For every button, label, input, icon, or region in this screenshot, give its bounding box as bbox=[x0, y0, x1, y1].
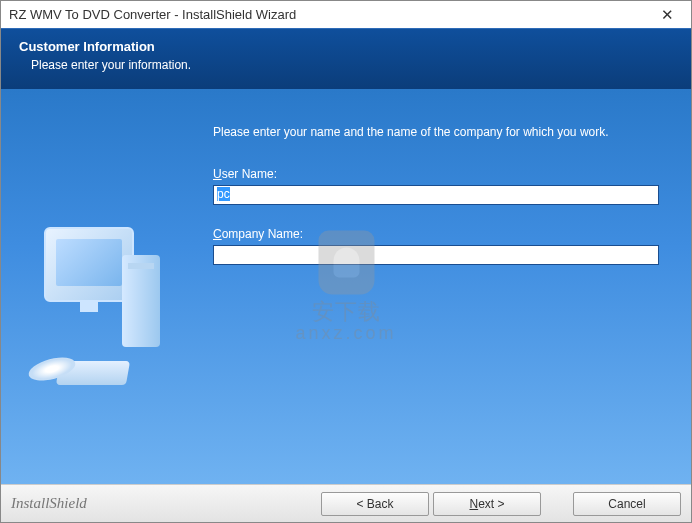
user-name-label: User Name: bbox=[213, 167, 659, 181]
footer-brand: InstallShield bbox=[11, 495, 87, 512]
sidebar bbox=[1, 89, 191, 484]
close-button[interactable]: ✕ bbox=[649, 4, 685, 26]
cancel-button[interactable]: Cancel bbox=[573, 492, 681, 516]
instruction-text: Please enter your name and the name of t… bbox=[213, 125, 659, 139]
wizard-body: Please enter your name and the name of t… bbox=[1, 89, 691, 484]
company-name-label: Company Name: bbox=[213, 227, 659, 241]
back-button[interactable]: < Back bbox=[321, 492, 429, 516]
main-panel: Please enter your name and the name of t… bbox=[191, 89, 691, 484]
next-button[interactable]: Next > bbox=[433, 492, 541, 516]
computer-illustration-icon bbox=[26, 227, 166, 387]
wizard-header: Customer Information Please enter your i… bbox=[1, 29, 691, 89]
user-name-input[interactable]: pc bbox=[213, 185, 659, 205]
wizard-footer: InstallShield < Back Next > Cancel bbox=[1, 484, 691, 522]
titlebar: RZ WMV To DVD Converter - InstallShield … bbox=[1, 1, 691, 29]
close-icon: ✕ bbox=[661, 6, 674, 24]
header-subtitle: Please enter your information. bbox=[31, 58, 673, 72]
header-title: Customer Information bbox=[19, 39, 673, 54]
company-name-input[interactable] bbox=[213, 245, 659, 265]
window-title: RZ WMV To DVD Converter - InstallShield … bbox=[9, 7, 296, 22]
